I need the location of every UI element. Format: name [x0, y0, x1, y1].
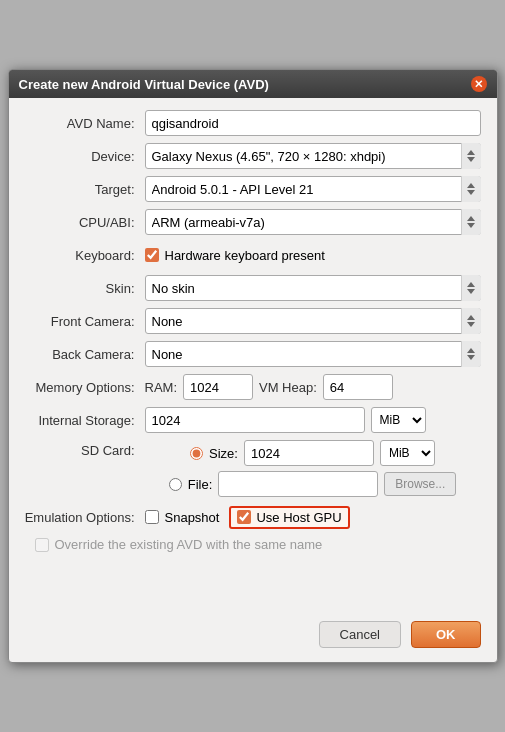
browse-button[interactable]: Browse...: [384, 472, 456, 496]
override-row: Override the existing AVD with the same …: [25, 537, 481, 552]
sdcard-label: SD Card:: [25, 440, 145, 458]
cpu-abi-select-wrap: ARM (armeabi-v7a): [145, 209, 481, 235]
target-select[interactable]: Android 5.0.1 - API Level 21: [145, 176, 481, 202]
keyboard-field-wrap: Hardware keyboard present: [145, 248, 481, 263]
back-camera-select[interactable]: None: [145, 341, 481, 367]
cpu-abi-label: CPU/ABI:: [25, 215, 145, 230]
avd-name-field-wrap: [145, 110, 481, 136]
avd-name-row: AVD Name:: [25, 110, 481, 136]
sdcard-file-input[interactable]: [218, 471, 378, 497]
ok-button[interactable]: OK: [411, 621, 481, 648]
back-camera-label: Back Camera:: [25, 347, 145, 362]
sdcard-field-wrap: Size: MiB KiB File: Browse...: [145, 440, 481, 497]
keyboard-checkbox-label: Hardware keyboard present: [165, 248, 325, 263]
emulation-row: Emulation Options: Snapshot Use Host GPU: [25, 504, 481, 530]
close-button[interactable]: ✕: [471, 76, 487, 92]
front-camera-select-wrap: None: [145, 308, 481, 334]
sdcard-size-input[interactable]: [244, 440, 374, 466]
keyboard-checkbox[interactable]: [145, 248, 159, 262]
use-host-gpu-wrap: Use Host GPU: [229, 506, 349, 529]
internal-storage-label: Internal Storage:: [25, 413, 145, 428]
title-bar: Create new Android Virtual Device (AVD) …: [9, 70, 497, 98]
front-camera-label: Front Camera:: [25, 314, 145, 329]
device-select[interactable]: Galaxy Nexus (4.65", 720 × 1280: xhdpi): [145, 143, 481, 169]
emulation-label: Emulation Options:: [25, 510, 145, 525]
use-host-gpu-label: Use Host GPU: [256, 510, 341, 525]
skin-label: Skin:: [25, 281, 145, 296]
memory-label: Memory Options:: [25, 380, 145, 395]
snapshot-label: Snapshot: [165, 510, 220, 525]
sdcard-size-row: Size: MiB KiB: [190, 440, 435, 466]
cpu-abi-row: CPU/ABI: ARM (armeabi-v7a): [25, 209, 481, 235]
sdcard-row: SD Card: Size: MiB KiB File:: [25, 440, 481, 497]
avd-name-label: AVD Name:: [25, 116, 145, 131]
front-camera-select[interactable]: None: [145, 308, 481, 334]
cancel-button[interactable]: Cancel: [319, 621, 401, 648]
target-label: Target:: [25, 182, 145, 197]
internal-storage-row: Internal Storage: MiB KiB: [25, 407, 481, 433]
internal-storage-input[interactable]: [145, 407, 365, 433]
target-row: Target: Android 5.0.1 - API Level 21: [25, 176, 481, 202]
snapshot-checkbox-row: Snapshot: [145, 510, 220, 525]
sdcard-size-unit-select[interactable]: MiB KiB: [380, 440, 435, 466]
sdcard-file-row: File: Browse...: [169, 471, 457, 497]
device-field-wrap: Galaxy Nexus (4.65", 720 × 1280: xhdpi): [145, 143, 481, 169]
sdcard-file-label: File:: [188, 477, 213, 492]
ram-input[interactable]: [183, 374, 253, 400]
footer: Cancel OK: [9, 611, 497, 662]
internal-storage-field-wrap: MiB KiB: [145, 407, 481, 433]
override-label: Override the existing AVD with the same …: [55, 537, 323, 552]
override-checkbox[interactable]: [35, 538, 49, 552]
keyboard-label: Keyboard:: [25, 248, 145, 263]
keyboard-checkbox-row: Hardware keyboard present: [145, 248, 325, 263]
skin-select-wrap: No skin: [145, 275, 481, 301]
memory-field-wrap: RAM: VM Heap:: [145, 374, 481, 400]
sdcard-file-radio[interactable]: [169, 478, 182, 491]
target-field-wrap: Android 5.0.1 - API Level 21: [145, 176, 481, 202]
skin-select[interactable]: No skin: [145, 275, 481, 301]
front-camera-field-wrap: None: [145, 308, 481, 334]
skin-field-wrap: No skin: [145, 275, 481, 301]
dialog-title: Create new Android Virtual Device (AVD): [19, 77, 269, 92]
back-camera-select-wrap: None: [145, 341, 481, 367]
skin-row: Skin: No skin: [25, 275, 481, 301]
avd-name-input[interactable]: [145, 110, 481, 136]
cpu-abi-select[interactable]: ARM (armeabi-v7a): [145, 209, 481, 235]
memory-row: Memory Options: RAM: VM Heap:: [25, 374, 481, 400]
sdcard-size-label: Size:: [209, 446, 238, 461]
ram-label: RAM:: [145, 380, 178, 395]
vmheap-label: VM Heap:: [259, 380, 317, 395]
sdcard-size-radio[interactable]: [190, 447, 203, 460]
back-camera-row: Back Camera: None: [25, 341, 481, 367]
internal-storage-unit-select[interactable]: MiB KiB: [371, 407, 426, 433]
target-select-wrap: Android 5.0.1 - API Level 21: [145, 176, 481, 202]
emulation-field-wrap: Snapshot Use Host GPU: [145, 506, 481, 529]
keyboard-row: Keyboard: Hardware keyboard present: [25, 242, 481, 268]
vmheap-input[interactable]: [323, 374, 393, 400]
front-camera-row: Front Camera: None: [25, 308, 481, 334]
cpu-abi-field-wrap: ARM (armeabi-v7a): [145, 209, 481, 235]
avd-dialog: Create new Android Virtual Device (AVD) …: [8, 69, 498, 663]
form-content: AVD Name: Device: Galaxy Nexus (4.65", 7…: [9, 98, 497, 611]
use-host-gpu-checkbox[interactable]: [237, 510, 251, 524]
device-row: Device: Galaxy Nexus (4.65", 720 × 1280:…: [25, 143, 481, 169]
spacer: [25, 559, 481, 599]
device-select-wrap: Galaxy Nexus (4.65", 720 × 1280: xhdpi): [145, 143, 481, 169]
device-label: Device:: [25, 149, 145, 164]
back-camera-field-wrap: None: [145, 341, 481, 367]
snapshot-checkbox[interactable]: [145, 510, 159, 524]
